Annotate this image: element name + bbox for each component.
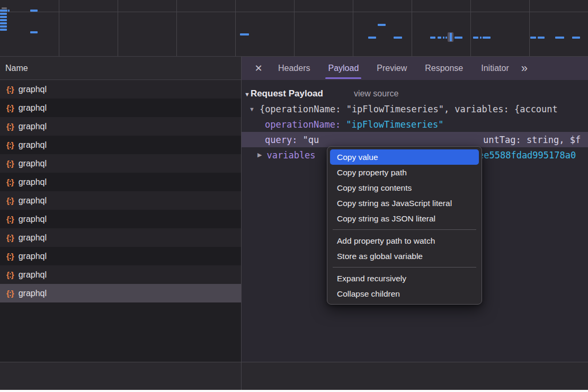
- request-row[interactable]: {:}graphql: [0, 210, 241, 228]
- request-timing-bar: [368, 37, 376, 39]
- payload-root-preview: {operationName: "ipFlowTimeseries", vari…: [260, 104, 558, 114]
- timeline-gridline: [470, 0, 471, 56]
- request-name-label: graphql: [19, 289, 47, 298]
- json-request-icon: {:}: [6, 122, 14, 131]
- property-key: variables: [266, 150, 315, 161]
- json-request-icon: {:}: [6, 289, 14, 298]
- payload-query-row-selected[interactable]: query: "qu untTag: string, $f: [242, 132, 588, 147]
- request-name-label: graphql: [19, 270, 47, 280]
- payload-operationname-row[interactable]: operationName: "ipFlowTimeseries": [242, 117, 588, 132]
- status-footer: [0, 362, 588, 390]
- request-name-label: graphql: [19, 252, 47, 261]
- expand-triangle-icon[interactable]: ▼: [249, 106, 255, 112]
- property-value-continuation: untTag: string, $f: [483, 132, 581, 147]
- menu-item-copy-string-contents[interactable]: Copy string contents: [330, 180, 479, 195]
- request-payload-title: Request Payload: [251, 88, 323, 99]
- request-name-label: graphql: [19, 233, 47, 243]
- name-column-header[interactable]: Name: [0, 57, 241, 80]
- json-request-icon: {:}: [6, 215, 14, 224]
- json-request-icon: {:}: [6, 196, 14, 205]
- context-menu: Copy valueCopy property pathCopy string …: [327, 146, 482, 305]
- request-timing-bar: [480, 37, 482, 39]
- menu-separator: [333, 229, 476, 230]
- page-background-strip: [0, 390, 588, 392]
- request-timing-bar: [0, 10, 7, 12]
- menu-item-copy-value[interactable]: Copy value: [330, 149, 479, 165]
- json-request-icon: {:}: [6, 252, 14, 261]
- request-timing-bar: [455, 37, 462, 39]
- menu-separator: [333, 267, 476, 268]
- request-row[interactable]: {:}graphql: [0, 284, 241, 302]
- request-row[interactable]: {:}graphql: [0, 247, 241, 265]
- request-name-label: graphql: [19, 215, 47, 224]
- json-request-icon: {:}: [6, 177, 14, 186]
- request-timing-bar: [0, 16, 7, 18]
- menu-item-store-as-global-variable[interactable]: Store as global variable: [330, 248, 479, 264]
- view-source-link[interactable]: view source: [354, 89, 398, 99]
- timeline-gridline: [118, 0, 118, 56]
- request-timing-bar: [530, 37, 536, 39]
- tab-initiator[interactable]: Initiator: [472, 57, 518, 80]
- detail-tabs: HeadersPayloadPreviewResponseInitiator: [269, 57, 518, 80]
- timeline-gridline: [0, 12, 588, 12]
- request-name-label: graphql: [19, 85, 47, 94]
- tab-response[interactable]: Response: [416, 57, 472, 80]
- request-name-label: graphql: [19, 159, 47, 168]
- request-timing-bar: [240, 33, 249, 35]
- json-request-icon: {:}: [6, 103, 14, 112]
- request-row[interactable]: {:}graphql: [0, 265, 241, 284]
- request-timing-bar: [378, 24, 386, 26]
- more-tabs-icon[interactable]: »: [521, 61, 527, 75]
- details-tabbar: ✕ HeadersPayloadPreviewResponseInitiator…: [242, 57, 588, 80]
- payload-root-row[interactable]: ▼ {operationName: "ipFlowTimeseries", va…: [242, 101, 588, 117]
- request-timing-bar: [555, 37, 564, 39]
- property-value-continuation: ee5588fdad995178a0: [478, 147, 576, 163]
- menu-item-collapse-children[interactable]: Collapse children: [330, 286, 479, 301]
- request-list: {:}graphql{:}graphql{:}graphql{:}graphql…: [0, 80, 241, 362]
- menu-item-copy-string-as-javascript-literal[interactable]: Copy string as JavaScript literal: [330, 195, 479, 211]
- menu-item-copy-property-path[interactable]: Copy property path: [330, 165, 479, 180]
- timeline-gridline: [412, 0, 412, 56]
- request-timing-bar: [538, 37, 545, 39]
- property-key: query:: [265, 135, 297, 145]
- section-collapse-icon[interactable]: ▼: [244, 91, 250, 97]
- property-value-start: "qu: [302, 135, 319, 145]
- request-timing-bar: [30, 31, 38, 33]
- json-request-icon: {:}: [6, 233, 14, 242]
- devtools-network-panel: Name ✕ HeadersPayloadPreviewResponseInit…: [0, 0, 588, 392]
- request-name-label: graphql: [19, 103, 47, 113]
- request-timing-bar: [394, 37, 402, 39]
- request-timing-bar: [0, 19, 7, 21]
- menu-item-expand-recursively[interactable]: Expand recursively: [330, 271, 479, 286]
- request-row[interactable]: {:}graphql: [0, 154, 241, 173]
- tab-headers[interactable]: Headers: [269, 57, 319, 80]
- request-timing-bar: [0, 22, 7, 24]
- request-row[interactable]: {:}graphql: [0, 191, 241, 210]
- panel-split-divider[interactable]: [241, 57, 242, 390]
- request-row[interactable]: {:}graphql: [0, 228, 241, 247]
- json-request-icon: {:}: [6, 270, 14, 279]
- tab-payload[interactable]: Payload: [319, 57, 368, 80]
- menu-item-copy-string-as-json-literal[interactable]: Copy string as JSON literal: [330, 211, 479, 226]
- request-timing-bar: [443, 37, 444, 39]
- close-icon[interactable]: ✕: [248, 63, 269, 74]
- request-timing-bar: [483, 37, 491, 39]
- request-timing-bar: [0, 13, 7, 15]
- request-row[interactable]: {:}graphql: [0, 80, 241, 99]
- request-timing-bar: [473, 37, 478, 39]
- property-key: operationName:: [265, 119, 341, 130]
- expand-triangle-icon[interactable]: ▶: [257, 152, 262, 158]
- request-row[interactable]: {:}graphql: [0, 136, 241, 154]
- request-row[interactable]: {:}graphql: [0, 117, 241, 136]
- request-row[interactable]: {:}graphql: [0, 173, 241, 191]
- menu-item-add-property-path-to-watch[interactable]: Add property path to watch: [330, 233, 479, 248]
- property-value: "ipFlowTimeseries": [346, 119, 443, 130]
- tab-preview[interactable]: Preview: [368, 57, 416, 80]
- request-row[interactable]: {:}graphql: [0, 99, 241, 117]
- timeline-gridline: [529, 0, 530, 56]
- request-payload-header: ▼ Request Payload view source: [242, 80, 588, 101]
- json-request-icon: {:}: [6, 159, 14, 168]
- request-name-label: graphql: [19, 196, 47, 206]
- network-overview-timeline[interactable]: [0, 0, 588, 57]
- request-timing-bar: [2, 7, 7, 9]
